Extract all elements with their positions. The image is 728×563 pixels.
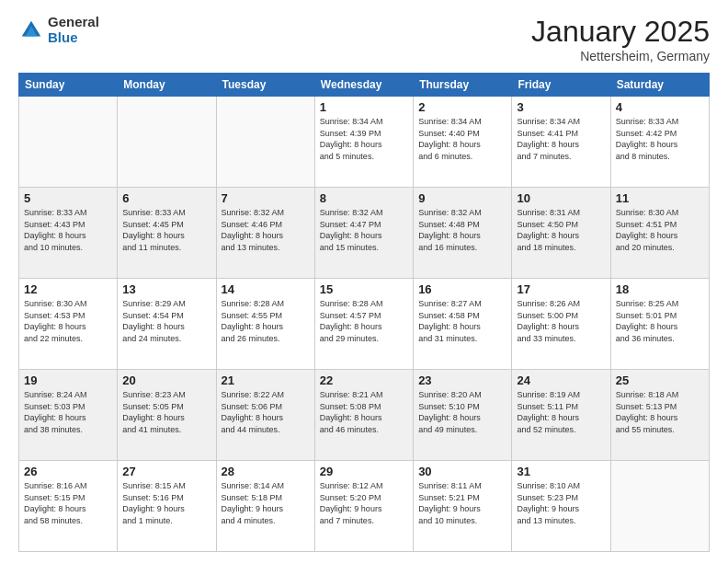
day-number: 11 bbox=[616, 191, 704, 205]
day-info: Sunrise: 8:34 AM Sunset: 4:41 PM Dayligh… bbox=[517, 116, 605, 162]
day-number: 16 bbox=[418, 282, 506, 296]
day-number: 9 bbox=[418, 191, 506, 205]
calendar-cell: 30Sunrise: 8:11 AM Sunset: 5:21 PM Dayli… bbox=[414, 461, 512, 552]
day-number: 8 bbox=[320, 191, 408, 205]
logo-blue: Blue bbox=[48, 30, 99, 46]
day-info: Sunrise: 8:15 AM Sunset: 5:16 PM Dayligh… bbox=[122, 480, 210, 526]
calendar-cell: 8Sunrise: 8:32 AM Sunset: 4:47 PM Daylig… bbox=[314, 188, 413, 279]
day-number: 27 bbox=[122, 465, 210, 478]
calendar-cell: 7Sunrise: 8:32 AM Sunset: 4:46 PM Daylig… bbox=[216, 188, 314, 279]
logo: General Blue bbox=[18, 15, 99, 45]
day-number: 18 bbox=[616, 282, 704, 296]
week-row-4: 26Sunrise: 8:16 AM Sunset: 5:15 PM Dayli… bbox=[19, 461, 710, 552]
calendar-cell: 1Sunrise: 8:34 AM Sunset: 4:39 PM Daylig… bbox=[314, 97, 413, 188]
day-info: Sunrise: 8:14 AM Sunset: 5:18 PM Dayligh… bbox=[222, 480, 310, 526]
day-number: 3 bbox=[517, 100, 605, 114]
calendar-cell: 4Sunrise: 8:33 AM Sunset: 4:42 PM Daylig… bbox=[610, 97, 709, 188]
day-info: Sunrise: 8:24 AM Sunset: 5:03 PM Dayligh… bbox=[24, 389, 112, 435]
header-day-thursday: Thursday bbox=[414, 74, 512, 97]
calendar-cell: 21Sunrise: 8:22 AM Sunset: 5:06 PM Dayli… bbox=[216, 370, 314, 461]
day-info: Sunrise: 8:28 AM Sunset: 4:55 PM Dayligh… bbox=[222, 298, 310, 344]
title-block: January 2025 Nettersheim, Germany bbox=[531, 15, 710, 63]
day-info: Sunrise: 8:29 AM Sunset: 4:54 PM Dayligh… bbox=[122, 298, 210, 344]
day-info: Sunrise: 8:18 AM Sunset: 5:13 PM Dayligh… bbox=[616, 389, 704, 435]
calendar-cell: 31Sunrise: 8:10 AM Sunset: 5:23 PM Dayli… bbox=[512, 461, 610, 552]
calendar-cell: 23Sunrise: 8:20 AM Sunset: 5:10 PM Dayli… bbox=[414, 370, 512, 461]
day-number: 13 bbox=[122, 282, 210, 296]
calendar-cell: 13Sunrise: 8:29 AM Sunset: 4:54 PM Dayli… bbox=[118, 279, 216, 370]
header-day-friday: Friday bbox=[512, 74, 610, 97]
day-number: 30 bbox=[418, 465, 506, 478]
calendar-cell bbox=[610, 461, 709, 552]
day-number: 28 bbox=[222, 465, 310, 478]
day-info: Sunrise: 8:16 AM Sunset: 5:15 PM Dayligh… bbox=[24, 480, 112, 526]
calendar-cell: 29Sunrise: 8:12 AM Sunset: 5:20 PM Dayli… bbox=[314, 461, 413, 552]
week-row-3: 19Sunrise: 8:24 AM Sunset: 5:03 PM Dayli… bbox=[19, 370, 710, 461]
title-month: January 2025 bbox=[531, 15, 710, 49]
header-day-saturday: Saturday bbox=[610, 74, 709, 97]
day-info: Sunrise: 8:32 AM Sunset: 4:46 PM Dayligh… bbox=[222, 207, 310, 253]
calendar-cell: 6Sunrise: 8:33 AM Sunset: 4:45 PM Daylig… bbox=[118, 188, 216, 279]
header-day-monday: Monday bbox=[118, 74, 216, 97]
calendar-cell bbox=[118, 97, 216, 188]
calendar-cell: 2Sunrise: 8:34 AM Sunset: 4:40 PM Daylig… bbox=[414, 97, 512, 188]
day-info: Sunrise: 8:20 AM Sunset: 5:10 PM Dayligh… bbox=[418, 389, 506, 435]
header-day-tuesday: Tuesday bbox=[216, 74, 314, 97]
day-number: 7 bbox=[222, 191, 310, 205]
day-number: 1 bbox=[320, 100, 408, 114]
header-day-wednesday: Wednesday bbox=[314, 74, 413, 97]
day-info: Sunrise: 8:34 AM Sunset: 4:40 PM Dayligh… bbox=[418, 116, 506, 162]
calendar-cell: 14Sunrise: 8:28 AM Sunset: 4:55 PM Dayli… bbox=[216, 279, 314, 370]
title-location: Nettersheim, Germany bbox=[531, 49, 710, 63]
day-info: Sunrise: 8:27 AM Sunset: 4:58 PM Dayligh… bbox=[418, 298, 506, 344]
calendar-cell bbox=[216, 97, 314, 188]
calendar-cell: 20Sunrise: 8:23 AM Sunset: 5:05 PM Dayli… bbox=[118, 370, 216, 461]
day-info: Sunrise: 8:26 AM Sunset: 5:00 PM Dayligh… bbox=[517, 298, 605, 344]
logo-text: General Blue bbox=[48, 15, 99, 45]
calendar-cell: 17Sunrise: 8:26 AM Sunset: 5:00 PM Dayli… bbox=[512, 279, 610, 370]
day-number: 10 bbox=[517, 191, 605, 205]
header: General Blue January 2025 Nettersheim, G… bbox=[18, 15, 710, 63]
day-info: Sunrise: 8:32 AM Sunset: 4:47 PM Dayligh… bbox=[320, 207, 408, 253]
day-number: 29 bbox=[320, 465, 408, 478]
day-info: Sunrise: 8:32 AM Sunset: 4:48 PM Dayligh… bbox=[418, 207, 506, 253]
day-number: 23 bbox=[418, 373, 506, 387]
day-info: Sunrise: 8:11 AM Sunset: 5:21 PM Dayligh… bbox=[418, 480, 506, 526]
day-number: 15 bbox=[320, 282, 408, 296]
day-info: Sunrise: 8:33 AM Sunset: 4:43 PM Dayligh… bbox=[24, 207, 112, 253]
logo-icon bbox=[18, 17, 44, 43]
day-number: 17 bbox=[517, 282, 605, 296]
calendar-cell: 15Sunrise: 8:28 AM Sunset: 4:57 PM Dayli… bbox=[314, 279, 413, 370]
day-number: 31 bbox=[517, 465, 605, 478]
day-number: 26 bbox=[24, 465, 112, 478]
calendar-cell: 11Sunrise: 8:30 AM Sunset: 4:51 PM Dayli… bbox=[610, 188, 709, 279]
week-row-1: 5Sunrise: 8:33 AM Sunset: 4:43 PM Daylig… bbox=[19, 188, 710, 279]
calendar-table: SundayMondayTuesdayWednesdayThursdayFrid… bbox=[18, 73, 710, 552]
day-number: 21 bbox=[222, 373, 310, 387]
day-number: 22 bbox=[320, 373, 408, 387]
day-info: Sunrise: 8:33 AM Sunset: 4:45 PM Dayligh… bbox=[122, 207, 210, 253]
day-number: 2 bbox=[418, 100, 506, 114]
day-number: 4 bbox=[616, 100, 704, 114]
day-info: Sunrise: 8:22 AM Sunset: 5:06 PM Dayligh… bbox=[222, 389, 310, 435]
day-info: Sunrise: 8:23 AM Sunset: 5:05 PM Dayligh… bbox=[122, 389, 210, 435]
calendar-cell: 12Sunrise: 8:30 AM Sunset: 4:53 PM Dayli… bbox=[19, 279, 118, 370]
week-row-0: 1Sunrise: 8:34 AM Sunset: 4:39 PM Daylig… bbox=[19, 97, 710, 188]
day-number: 6 bbox=[122, 191, 210, 205]
day-info: Sunrise: 8:33 AM Sunset: 4:42 PM Dayligh… bbox=[616, 116, 704, 162]
days-header-row: SundayMondayTuesdayWednesdayThursdayFrid… bbox=[19, 74, 710, 97]
day-info: Sunrise: 8:30 AM Sunset: 4:51 PM Dayligh… bbox=[616, 207, 704, 253]
day-info: Sunrise: 8:21 AM Sunset: 5:08 PM Dayligh… bbox=[320, 389, 408, 435]
day-info: Sunrise: 8:28 AM Sunset: 4:57 PM Dayligh… bbox=[320, 298, 408, 344]
calendar-cell: 9Sunrise: 8:32 AM Sunset: 4:48 PM Daylig… bbox=[414, 188, 512, 279]
calendar-cell: 22Sunrise: 8:21 AM Sunset: 5:08 PM Dayli… bbox=[314, 370, 413, 461]
day-info: Sunrise: 8:25 AM Sunset: 5:01 PM Dayligh… bbox=[616, 298, 704, 344]
day-number: 24 bbox=[517, 373, 605, 387]
day-number: 25 bbox=[616, 373, 704, 387]
page: General Blue January 2025 Nettersheim, G… bbox=[0, 0, 728, 563]
calendar-cell: 18Sunrise: 8:25 AM Sunset: 5:01 PM Dayli… bbox=[610, 279, 709, 370]
calendar-cell: 24Sunrise: 8:19 AM Sunset: 5:11 PM Dayli… bbox=[512, 370, 610, 461]
calendar-cell: 16Sunrise: 8:27 AM Sunset: 4:58 PM Dayli… bbox=[414, 279, 512, 370]
calendar-cell: 28Sunrise: 8:14 AM Sunset: 5:18 PM Dayli… bbox=[216, 461, 314, 552]
day-info: Sunrise: 8:10 AM Sunset: 5:23 PM Dayligh… bbox=[517, 480, 605, 526]
